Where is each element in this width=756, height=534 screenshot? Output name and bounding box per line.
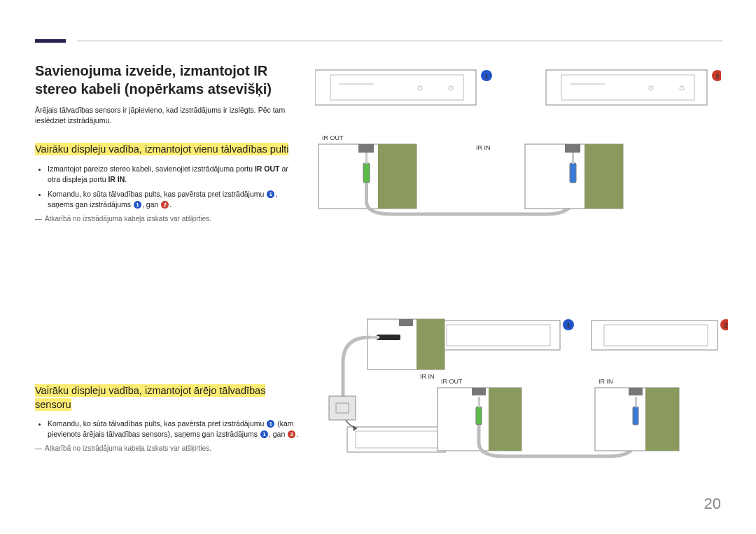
svg-rect-47 — [645, 388, 679, 451]
header-marker — [35, 39, 66, 43]
svg-rect-31 — [416, 319, 444, 370]
right-column: 1 2 IR OUT — [315, 62, 722, 463]
badge-one-icon: 1 — [260, 430, 268, 438]
section-2: Vairāku displeju vadība, izmantojot ārēj… — [35, 384, 301, 452]
badge-two-icon: 2 — [161, 201, 169, 209]
svg-rect-42 — [476, 407, 482, 425]
badge-two-icon: 2 — [715, 73, 719, 80]
svg-rect-40 — [472, 388, 486, 395]
bullet-item: Komandu, ko sūta tālvadības pults, kas p… — [48, 419, 301, 440]
svg-rect-16 — [365, 153, 368, 164]
svg-rect-14 — [378, 144, 416, 209]
section-1-bullets: Izmantojot pareizo stereo kabeli, savien… — [35, 164, 301, 211]
badge-one-icon: 1 — [134, 201, 141, 209]
svg-rect-20 — [584, 144, 623, 209]
page-content: Savienojuma izveide, izmantojot IR stere… — [35, 62, 722, 463]
svg-rect-33 — [370, 336, 379, 339]
section-1-heading: Vairāku displeju vadība, izmantojot vien… — [35, 143, 288, 155]
svg-rect-36 — [347, 427, 445, 452]
ir-in-label: IR IN — [476, 144, 491, 151]
diagram-cable-1: IR OUT IR IN — [315, 132, 721, 223]
svg-rect-46 — [629, 388, 643, 395]
section-2-heading: Vairāku displeju vadība, izmantojot ārēj… — [35, 384, 265, 411]
svg-rect-32 — [377, 335, 400, 340]
ir-in-label: IR IN — [420, 373, 435, 380]
header-rule — [77, 41, 722, 41]
svg-rect-15 — [363, 163, 370, 183]
ir-out-label: IR OUT — [441, 378, 463, 385]
page-number: 20 — [704, 495, 721, 513]
svg-rect-43 — [478, 397, 480, 407]
svg-rect-34 — [329, 396, 356, 420]
svg-rect-30 — [399, 319, 413, 326]
svg-rect-48 — [633, 407, 638, 425]
bullet-item: Izmantojot pareizo stereo kabeli, savien… — [48, 164, 301, 185]
section-2-footnote: Atkarībā no izstrādājuma kabeļa izskats … — [35, 444, 301, 452]
badge-one-icon: 1 — [566, 322, 570, 329]
diagram-row-devices-1: 1 2 — [315, 63, 721, 119]
svg-rect-22 — [572, 153, 574, 164]
badge-one-icon: 1 — [484, 73, 488, 80]
badge-two-icon: 2 — [288, 430, 295, 438]
diagram-row-devices-2: 1 2 — [434, 315, 728, 364]
svg-rect-21 — [570, 163, 576, 183]
svg-rect-41 — [489, 388, 522, 451]
page-title: Savienojuma izveide, izmantojot IR stere… — [35, 62, 301, 98]
ir-in-label: IR IN — [598, 378, 613, 385]
badge-one-icon: 1 — [267, 190, 274, 198]
badge-one-icon: 1 — [267, 420, 274, 428]
left-column: Savienojuma izveide, izmantojot IR stere… — [35, 62, 315, 463]
section-2-bullets: Komandu, ko sūta tālvadības pults, kas p… — [35, 419, 301, 440]
section-1: Vairāku displeju vadība, izmantojot vien… — [35, 142, 301, 222]
bullet-item: Komandu, ko sūta tālvadības pults, kas p… — [48, 189, 301, 210]
svg-rect-13 — [358, 144, 374, 153]
diagram-cable-2: IR OUT IR IN — [434, 375, 735, 466]
ir-out-label: IR OUT — [322, 134, 344, 141]
svg-rect-49 — [635, 397, 637, 407]
intro-text: Ārējais tālvadības sensors ir jāpievieno… — [35, 105, 301, 125]
badge-two-icon: 2 — [724, 322, 727, 329]
svg-rect-19 — [565, 144, 580, 153]
section-1-footnote: Atkarībā no izstrādājuma kabeļa izskats … — [35, 215, 301, 223]
